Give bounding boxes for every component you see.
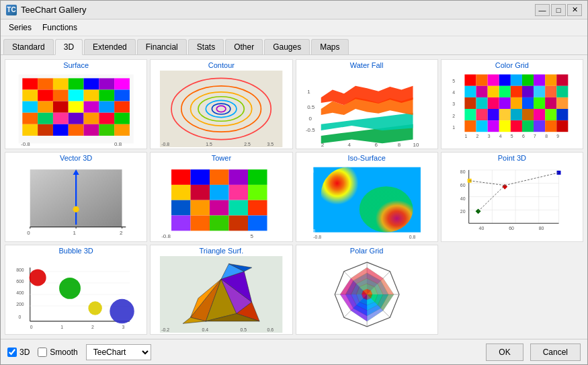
svg-rect-81 bbox=[545, 86, 556, 97]
svg-text:40: 40 bbox=[460, 196, 466, 201]
svg-text:800: 800 bbox=[16, 268, 24, 272]
svg-rect-1 bbox=[22, 78, 38, 89]
svg-text:80: 80 bbox=[539, 226, 544, 231]
svg-text:6: 6 bbox=[374, 142, 378, 147]
svg-point-211 bbox=[59, 278, 81, 299]
chart-tower-visual: -0.8 5 bbox=[152, 163, 290, 240]
chart-isosurface-title: Iso-Surface bbox=[348, 154, 386, 162]
close-button[interactable]: ✕ bbox=[567, 4, 582, 16]
svg-rect-145 bbox=[229, 185, 249, 200]
svg-text:8: 8 bbox=[397, 142, 401, 147]
chart-tower[interactable]: Tower bbox=[150, 152, 292, 242]
tab-maps[interactable]: Maps bbox=[311, 39, 348, 54]
title-bar: TC TeeChart Gallery — □ ✕ bbox=[1, 1, 587, 19]
svg-rect-28 bbox=[114, 113, 130, 124]
svg-text:-0.8: -0.8 bbox=[307, 229, 315, 233]
svg-rect-13 bbox=[99, 90, 114, 102]
svg-rect-35 bbox=[114, 124, 130, 136]
svg-rect-84 bbox=[476, 97, 487, 109]
menu-bar: Series Functions bbox=[1, 19, 587, 36]
svg-rect-2 bbox=[38, 78, 53, 89]
svg-text:80: 80 bbox=[460, 169, 466, 174]
svg-text:4: 4 bbox=[499, 134, 501, 138]
svg-rect-103 bbox=[487, 120, 499, 132]
svg-text:0.6: 0.6 bbox=[267, 327, 274, 332]
tab-standard[interactable]: Standard bbox=[3, 39, 54, 54]
svg-rect-148 bbox=[191, 200, 210, 216]
svg-rect-83 bbox=[464, 97, 476, 109]
svg-text:0: 0 bbox=[19, 315, 22, 319]
svg-rect-92 bbox=[464, 109, 476, 120]
svg-point-213 bbox=[110, 299, 134, 323]
svg-rect-95 bbox=[499, 109, 510, 120]
svg-rect-23 bbox=[38, 113, 53, 124]
svg-rect-10 bbox=[53, 90, 69, 102]
svg-rect-107 bbox=[534, 120, 545, 132]
chart-surface[interactable]: Surface bbox=[5, 59, 147, 149]
checkbox-smooth-wrap: Smooth bbox=[38, 348, 77, 357]
svg-text:1: 1 bbox=[464, 134, 467, 138]
svg-text:5: 5 bbox=[251, 233, 254, 239]
svg-text:0.5: 0.5 bbox=[307, 104, 315, 110]
svg-rect-105 bbox=[511, 120, 522, 132]
chart-vector3d-visual: 0 1 2 bbox=[7, 163, 145, 240]
svg-rect-77 bbox=[499, 86, 510, 97]
minimize-button[interactable]: — bbox=[535, 4, 550, 16]
svg-rect-4 bbox=[69, 78, 84, 89]
svg-rect-151 bbox=[248, 200, 267, 216]
ok-button[interactable]: OK bbox=[486, 343, 523, 361]
theme-select[interactable]: TeeChart bbox=[86, 344, 151, 360]
svg-rect-75 bbox=[476, 86, 487, 97]
chart-colorgrid[interactable]: Color Grid bbox=[441, 59, 583, 149]
svg-text:60: 60 bbox=[509, 226, 514, 231]
tab-3d[interactable]: 3D bbox=[55, 39, 83, 55]
tab-stats[interactable]: Stats bbox=[188, 39, 224, 54]
chart-trianglesurf-title: Triangle Surf. bbox=[200, 247, 244, 255]
chart-contour-title: Contour bbox=[208, 61, 235, 69]
chart-isosurface[interactable]: Iso-Surface bbox=[296, 152, 438, 242]
menu-item-functions[interactable]: Functions bbox=[37, 21, 83, 34]
svg-rect-97 bbox=[522, 109, 534, 120]
svg-rect-142 bbox=[171, 185, 191, 200]
maximize-button[interactable]: □ bbox=[551, 4, 566, 16]
chart-vector3d[interactable]: Vector 3D bbox=[5, 152, 147, 242]
svg-text:1: 1 bbox=[452, 125, 455, 130]
svg-rect-16 bbox=[38, 102, 53, 113]
tab-gauges[interactable]: Gauges bbox=[264, 39, 310, 54]
svg-rect-30 bbox=[38, 124, 53, 136]
chart-grid: Surface bbox=[1, 55, 587, 339]
cancel-button[interactable]: Cancel bbox=[530, 343, 581, 361]
svg-rect-150 bbox=[229, 200, 249, 216]
tab-other[interactable]: Other bbox=[225, 39, 263, 54]
checkbox-smooth[interactable] bbox=[38, 348, 47, 357]
tab-extended[interactable]: Extended bbox=[84, 39, 136, 54]
chart-polargrid-title: Polar Grid bbox=[350, 247, 384, 255]
svg-rect-89 bbox=[534, 97, 545, 109]
svg-rect-106 bbox=[522, 120, 534, 132]
chart-polargrid[interactable]: Polar Grid bbox=[296, 245, 438, 335]
svg-rect-104 bbox=[499, 120, 510, 132]
svg-rect-29 bbox=[22, 124, 38, 136]
chart-contour[interactable]: Contour -0.8 1.5 2.5 3.5 bbox=[150, 59, 292, 149]
svg-rect-18 bbox=[69, 102, 84, 113]
svg-rect-19 bbox=[84, 102, 99, 113]
svg-rect-11 bbox=[69, 90, 84, 102]
svg-rect-101 bbox=[464, 120, 476, 132]
chart-waterfall[interactable]: Water Fall 1 0.5 0 -0.5 bbox=[296, 59, 438, 149]
menu-item-series[interactable]: Series bbox=[3, 21, 37, 34]
window-title: TeeChart Gallery bbox=[21, 5, 87, 15]
tab-financial[interactable]: Financial bbox=[137, 39, 187, 54]
checkbox-3d-label: 3D bbox=[19, 348, 30, 357]
svg-text:1.5: 1.5 bbox=[206, 142, 213, 147]
chart-bubble3d-visual: 800 600 400 200 0 0 1 2 3 bbox=[7, 256, 145, 333]
chart-trianglesurf[interactable]: Triangle Surf. -0.2 0 bbox=[150, 245, 292, 335]
footer: 3D Smooth TeeChart OK Cancel bbox=[1, 339, 587, 364]
svg-text:0.5: 0.5 bbox=[241, 327, 247, 332]
chart-point3d[interactable]: Point 3D bbox=[441, 152, 583, 242]
chart-bubble3d[interactable]: Bubble 3D 800 600 400 200 0 0 1 2 bbox=[5, 245, 147, 335]
svg-rect-140 bbox=[229, 169, 249, 185]
chart-isosurface-visual: 0.8 -0.8 -0.8 0.8 bbox=[298, 163, 436, 240]
svg-rect-25 bbox=[69, 113, 84, 124]
svg-text:0: 0 bbox=[30, 325, 33, 329]
checkbox-3d[interactable] bbox=[7, 348, 17, 357]
